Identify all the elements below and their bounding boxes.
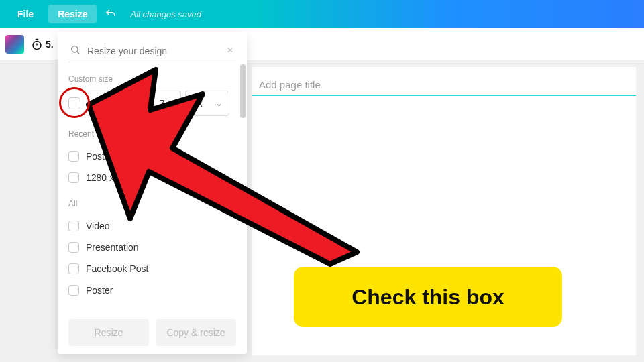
page-title-input[interactable]: Add page title [252,67,636,96]
color-picker-icon[interactable] [5,35,24,54]
list-item[interactable]: Video [68,215,236,237]
stopwatch-icon [31,38,43,50]
duration-control[interactable]: 5. [31,38,54,50]
duration-value: 5. [46,39,54,50]
item-label: Poster [86,151,113,162]
resize-button[interactable]: Resize [68,319,149,346]
width-input[interactable]: 280 [85,90,122,116]
custom-size-row: 280 7 px ⌄ [68,90,236,116]
svg-point-1 [72,46,78,52]
clear-icon[interactable]: ✕ [227,46,233,55]
item-checkbox[interactable] [68,151,79,162]
resize-menu[interactable]: Resize [48,5,97,23]
save-status: All changes saved [130,9,201,19]
svg-rect-2 [130,103,136,107]
resize-search-input[interactable] [68,40,236,62]
annotation-callout: Check this box [294,267,562,327]
unit-select[interactable]: px ⌄ [185,90,229,116]
all-label: All [68,199,236,208]
recent-label: Recent [68,129,236,139]
scrollbar[interactable] [240,64,246,118]
unit-label: px [193,98,203,109]
list-item[interactable]: Facebook Post [68,258,236,280]
item-checkbox[interactable] [68,242,79,253]
height-input[interactable]: 7 [144,90,181,116]
top-toolbar: File Resize All changes saved [0,0,644,28]
search-icon [70,44,80,57]
item-label: Facebook Post [86,263,148,274]
copy-resize-button[interactable]: Copy & resize [156,319,236,346]
undo-icon[interactable] [105,8,117,20]
list-item[interactable]: Poster [68,280,236,301]
lock-icon[interactable] [126,99,140,108]
item-label: 1280 x 72 [86,172,127,183]
chevron-down-icon: ⌄ [216,99,222,108]
item-checkbox[interactable] [68,172,79,183]
file-menu[interactable]: File [8,5,43,23]
item-label: Video [86,221,110,231]
custom-size-label: Custom size [68,74,236,84]
item-label: Poster [86,285,113,296]
list-item[interactable]: Presentation [68,237,236,258]
list-item[interactable]: Poster [68,145,236,167]
custom-size-checkbox[interactable] [68,97,80,109]
item-checkbox[interactable] [68,285,79,296]
item-label: Presentation [86,242,139,253]
item-checkbox[interactable] [68,221,79,231]
item-checkbox[interactable] [68,263,79,274]
resize-dropdown: ✕ Custom size 280 7 px ⌄ Recent Poster 1… [58,32,247,354]
list-item[interactable]: 1280 x 72 [68,167,236,188]
